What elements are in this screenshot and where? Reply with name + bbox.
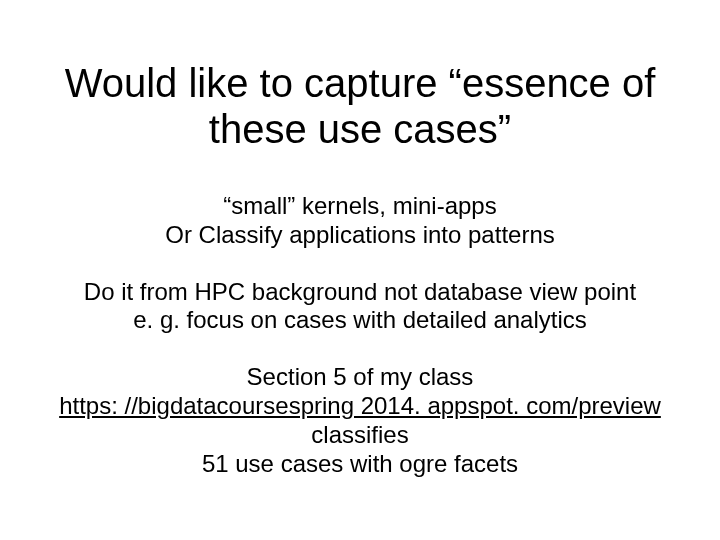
description-block: Do it from HPC background not database v… (50, 278, 670, 336)
description-line-1: Do it from HPC background not database v… (84, 278, 636, 305)
subtitle-line-2: Or Classify applications into patterns (165, 221, 555, 248)
reference-after-link: classifies (311, 421, 408, 448)
reference-block: Section 5 of my class https: //bigdataco… (50, 363, 670, 478)
reference-link[interactable]: https: //bigdatacoursespring 2014. appsp… (59, 392, 661, 419)
reference-line-1: Section 5 of my class (247, 363, 474, 390)
description-line-2: e. g. focus on cases with detailed analy… (133, 306, 587, 333)
slide: Would like to capture “essence of these … (0, 0, 720, 540)
slide-title: Would like to capture “essence of these … (50, 60, 670, 152)
reference-line-3: 51 use cases with ogre facets (202, 450, 518, 477)
subtitle-block: “small” kernels, mini-apps Or Classify a… (50, 192, 670, 250)
subtitle-line-1: “small” kernels, mini-apps (223, 192, 496, 219)
